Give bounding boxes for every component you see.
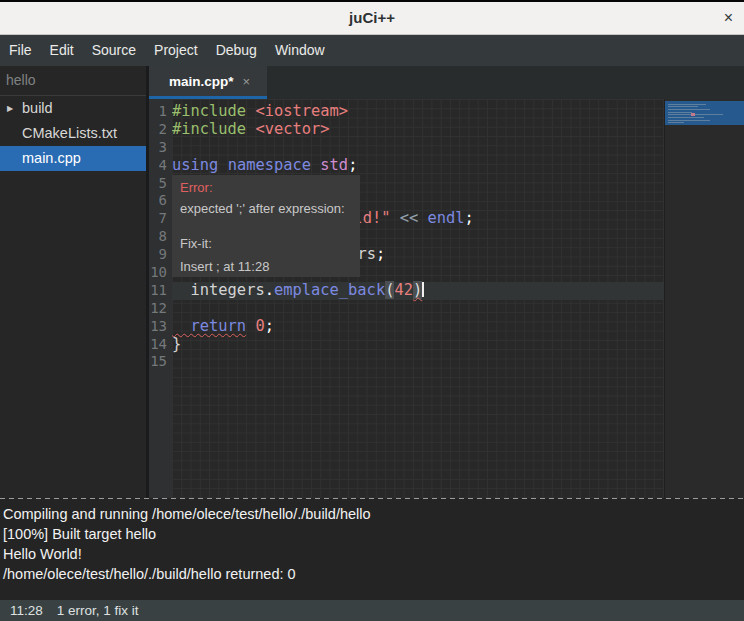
tooltip-fixit-title: Fix-it: (180, 237, 352, 251)
build-output-panel[interactable]: Compiling and running /home/olece/test/h… (0, 499, 744, 600)
code-line-3[interactable] (172, 139, 664, 157)
menu-project[interactable]: Project (145, 35, 207, 66)
code-token (311, 156, 320, 174)
tree-item-label: CMakeLists.txt (22, 125, 117, 141)
line-number: 15 (149, 353, 172, 371)
diagnostic-tooltip: Error: expected ';' after expression: Fi… (172, 175, 360, 277)
code-view[interactable]: #include <iostream>#include <vector>usin… (172, 99, 664, 498)
tabbar: main.cpp* × (149, 66, 744, 99)
code-token: return (172, 317, 246, 335)
code-line-15[interactable] (172, 353, 664, 371)
line-number: 1 (149, 103, 172, 121)
line-number: 13 (149, 318, 172, 336)
line-number: 7 (149, 210, 172, 228)
code-token: #include (172, 120, 246, 138)
line-number: 8 (149, 228, 172, 246)
line-number: 12 (149, 300, 172, 318)
code-token: integers (172, 281, 265, 299)
code-token: ; (376, 245, 385, 263)
code-token: . (265, 281, 274, 299)
code-line-12[interactable] (172, 300, 664, 318)
minimap-code-line (668, 112, 692, 113)
line-number: 6 (149, 192, 172, 210)
jucipp-window: juCi++ × FileEditSourceProjectDebugWindo… (0, 0, 744, 621)
tab-close-icon[interactable]: × (243, 74, 251, 89)
statusbar: 11:28 1 error, 1 fix it (0, 600, 744, 621)
minimap-code-line (668, 120, 710, 121)
code-editor[interactable]: 123456789101112131415 #include <iostream… (149, 99, 744, 498)
tree-item-cmakelists-txt[interactable]: CMakeLists.txt (0, 121, 146, 146)
code-token: } (172, 335, 181, 353)
line-number: 2 (149, 121, 172, 139)
file-tree: ▶buildCMakeLists.txtmain.cpp (0, 96, 146, 171)
line-number-gutter: 123456789101112131415 (149, 99, 172, 498)
menu-debug[interactable]: Debug (207, 35, 266, 66)
output-line-2: [100%] Built target hello (3, 524, 744, 544)
main-area: hello ▶buildCMakeLists.txtmain.cpp main.… (0, 66, 744, 498)
menu-file[interactable]: File (0, 35, 41, 66)
code-token: ) (413, 281, 422, 299)
project-name: hello (0, 66, 146, 96)
minimap-code-line (668, 114, 723, 115)
code-token (218, 156, 227, 174)
code-line-14[interactable]: } (172, 336, 664, 354)
source-minimap[interactable] (664, 99, 744, 498)
menu-edit[interactable]: Edit (41, 35, 83, 66)
sidebar: hello ▶buildCMakeLists.txtmain.cpp (0, 66, 146, 498)
minimap-slider[interactable] (665, 101, 744, 125)
tree-item-main-cpp[interactable]: main.cpp (0, 146, 146, 171)
minimap-code-line (668, 109, 710, 110)
menu-source[interactable]: Source (83, 35, 145, 66)
minimap-code-line (668, 122, 684, 123)
code-line-13[interactable]: return 0; (172, 318, 664, 336)
code-token: endl (428, 209, 465, 227)
tree-item-build[interactable]: ▶build (0, 96, 146, 121)
tab-label[interactable]: main.cpp* (169, 74, 234, 89)
output-line-3: Hello World! (3, 544, 744, 564)
code-line-4[interactable]: using namespace std; (172, 157, 664, 175)
code-line-1[interactable]: #include <iostream> (172, 103, 664, 121)
code-line-2[interactable]: #include <vector> (172, 121, 664, 139)
code-line-11[interactable]: integers.emplace_back(42) (172, 282, 664, 300)
minimap-code-line (668, 106, 698, 107)
menu-window[interactable]: Window (266, 35, 334, 66)
tree-item-label: build (22, 100, 53, 116)
menubar: FileEditSourceProjectDebugWindow (0, 35, 744, 66)
code-token: emplace_back (274, 281, 385, 299)
line-number: 14 (149, 336, 172, 354)
code-token: <vector> (255, 120, 329, 138)
code-token: 42 (394, 281, 413, 299)
tooltip-error-title: Error: (180, 181, 352, 195)
close-icon[interactable]: × (724, 2, 733, 34)
line-number: 11 (149, 282, 172, 300)
error-count: 1 error, 1 fix it (57, 603, 139, 618)
line-number: 5 (149, 175, 172, 193)
tree-item-label: main.cpp (22, 150, 81, 166)
minimap-code-line (668, 117, 704, 118)
tooltip-error-message: expected ';' after expression: (180, 202, 352, 216)
minimap-code-line (668, 104, 706, 105)
cursor-position: 11:28 (10, 603, 43, 618)
text-cursor (422, 282, 424, 297)
window-title: juCi++ (0, 2, 744, 34)
output-line-1: Compiling and running /home/olece/test/h… (3, 504, 744, 524)
code-token: std (320, 156, 348, 174)
code-token: ; (465, 209, 474, 227)
line-number: 10 (149, 264, 172, 282)
line-number: 4 (149, 157, 172, 175)
tab-main-cpp[interactable]: main.cpp* × (149, 66, 267, 99)
code-token: ; (348, 156, 357, 174)
expander-icon[interactable]: ▶ (7, 96, 13, 121)
titlebar[interactable]: juCi++ × (0, 0, 744, 35)
editor-area: main.cpp* × 123456789101112131415 #inclu… (149, 66, 744, 498)
line-number: 3 (149, 139, 172, 157)
code-token: using (172, 156, 218, 174)
code-token: << (390, 209, 427, 227)
minimap-error-mark (691, 113, 695, 116)
output-line-4: /home/olece/test/hello/./build/hello ret… (3, 564, 744, 584)
line-number: 9 (149, 246, 172, 264)
code-token: <iostream> (255, 102, 348, 120)
code-token: namespace (228, 156, 311, 174)
code-token: 0 (255, 317, 264, 335)
code-token: #include (172, 102, 246, 120)
